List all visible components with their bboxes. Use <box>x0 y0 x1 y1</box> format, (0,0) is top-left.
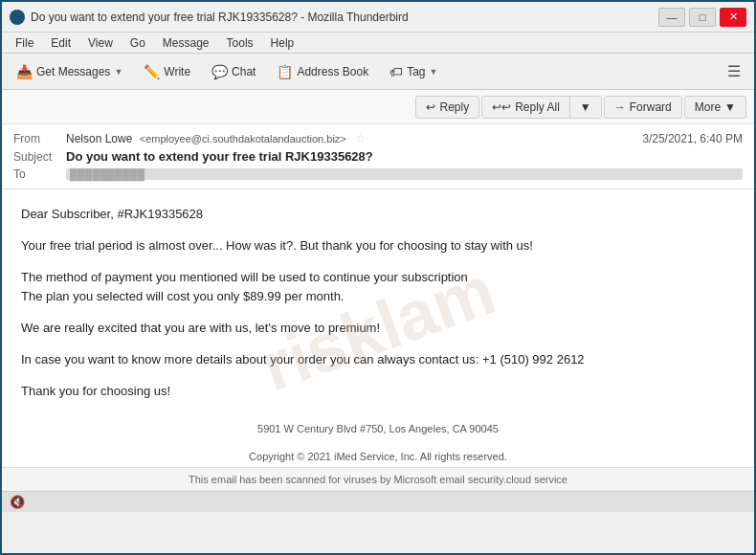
chat-icon: 💬 <box>211 64 228 79</box>
menu-go[interactable]: Go <box>122 34 153 52</box>
reply-all-group: ↩↩ Reply All ▼ <box>481 96 602 119</box>
menu-tools[interactable]: Tools <box>219 34 261 52</box>
menu-help[interactable]: Help <box>263 34 302 52</box>
app-icon <box>10 10 25 25</box>
more-dropdown-icon: ▼ <box>724 100 736 114</box>
get-messages-dropdown-icon: ▼ <box>114 67 122 77</box>
tag-icon: 🏷 <box>389 64 403 79</box>
email-actions-bar: ↩ Reply ↩↩ Reply All ▼ → Forward More ▼ <box>2 90 754 124</box>
main-toolbar: 📥 Get Messages ▼ ✏️ Write 💬 Chat 📋 Addre… <box>2 54 754 90</box>
from-row: From Nelson Lowe <employee@ci.southdakot… <box>13 130 743 147</box>
email-footer: 5901 W Century Blvd #750, Los Angeles, C… <box>21 421 735 467</box>
scan-notice-text: This email has been scanned for viruses … <box>189 474 567 485</box>
body-line6: Thank you for choosing us! <box>21 382 735 402</box>
reply-all-dropdown-icon: ▼ <box>580 100 591 114</box>
body-line1: Your free trial period is almost over...… <box>21 236 735 256</box>
footer-copyright: Copyright © 2021 iMed Service, Inc. All … <box>21 449 735 466</box>
subject-label: Subject <box>13 150 66 164</box>
address-book-button[interactable]: 📋 Address Book <box>268 59 377 84</box>
more-button[interactable]: More ▼ <box>684 96 746 119</box>
body-line5: In case you want to know more details ab… <box>21 350 735 370</box>
reply-label: Reply <box>439 100 469 114</box>
body-line3: The plan you selected will cost you only… <box>21 289 344 303</box>
chat-button[interactable]: 💬 Chat <box>203 59 264 84</box>
tag-button[interactable]: 🏷 Tag ▼ <box>381 59 446 84</box>
reply-icon: ↩ <box>426 100 435 114</box>
write-icon: ✏️ <box>144 64 160 79</box>
sender-email: <employee@ci.southdakotalandauction.biz> <box>140 133 346 144</box>
star-icon[interactable]: ☆ <box>355 132 366 145</box>
close-button[interactable]: ✕ <box>720 8 746 27</box>
greeting-line: Dear Subscriber, #RJK19335628 <box>21 205 735 225</box>
email-content: Dear Subscriber, #RJK19335628 Your free … <box>21 205 735 467</box>
body-line4: We are really excited that you are with … <box>21 319 735 339</box>
menu-message[interactable]: Message <box>155 34 217 52</box>
more-label: More <box>695 100 721 114</box>
reply-button[interactable]: ↩ Reply <box>415 96 479 119</box>
forward-label: Forward <box>630 100 672 114</box>
maximize-button[interactable]: □ <box>689 8 716 27</box>
chat-label: Chat <box>232 65 256 78</box>
menu-file[interactable]: File <box>8 34 41 52</box>
to-value: ██████████ <box>66 168 743 180</box>
status-bar: 🔇 <box>2 491 754 512</box>
write-label: Write <box>164 65 190 78</box>
tag-dropdown-icon: ▼ <box>430 67 438 77</box>
body-line2-3: The method of payment you mentioned will… <box>21 268 735 308</box>
reply-all-dropdown-button[interactable]: ▼ <box>570 97 601 118</box>
from-value: Nelson Lowe <employee@ci.southdakotaland… <box>66 132 634 145</box>
window-controls: — □ ✕ <box>658 8 746 27</box>
menu-bar: File Edit View Go Message Tools Help <box>2 33 754 54</box>
email-header: From Nelson Lowe <employee@ci.southdakot… <box>2 124 754 189</box>
forward-button[interactable]: → Forward <box>604 96 682 119</box>
window-title: Do you want to extend your free trial RJ… <box>31 11 658 24</box>
sender-name: Nelson Lowe <box>66 132 132 145</box>
menu-view[interactable]: View <box>80 34 121 52</box>
minimize-button[interactable]: — <box>658 8 685 27</box>
scan-notice: This email has been scanned for viruses … <box>2 467 754 491</box>
to-row: To ██████████ <box>13 166 743 183</box>
address-book-label: Address Book <box>297 65 368 78</box>
body-line2: The method of payment you mentioned will… <box>21 270 468 284</box>
reply-all-button[interactable]: ↩↩ Reply All <box>482 97 570 118</box>
to-label: To <box>13 167 66 181</box>
get-messages-button[interactable]: 📥 Get Messages ▼ <box>8 59 131 84</box>
address-book-icon: 📋 <box>277 64 293 79</box>
email-date: 3/25/2021, 6:40 PM <box>642 132 743 145</box>
reply-all-label: Reply All <box>515 100 560 114</box>
status-icon: 🔇 <box>10 495 25 509</box>
write-button[interactable]: ✏️ Write <box>135 59 199 84</box>
email-body-area: risklam Dear Subscriber, #RJK19335628 Yo… <box>2 189 754 467</box>
subject-value: Do you want to extend your free trial RJ… <box>66 149 743 164</box>
menu-edit[interactable]: Edit <box>43 34 78 52</box>
email-body: Dear Subscriber, #RJK19335628 Your free … <box>2 189 754 467</box>
get-messages-icon: 📥 <box>16 64 33 79</box>
forward-icon: → <box>614 100 626 114</box>
tag-label: Tag <box>407 65 425 78</box>
footer-address: 5901 W Century Blvd #750, Los Angeles, C… <box>21 421 735 438</box>
get-messages-label: Get Messages <box>36 65 110 78</box>
title-bar: Do you want to extend your free trial RJ… <box>2 2 754 33</box>
hamburger-menu-button[interactable]: ☰ <box>720 58 748 84</box>
subject-row: Subject Do you want to extend your free … <box>13 147 743 166</box>
reply-all-icon: ↩↩ <box>492 100 511 114</box>
from-label: From <box>13 132 66 145</box>
